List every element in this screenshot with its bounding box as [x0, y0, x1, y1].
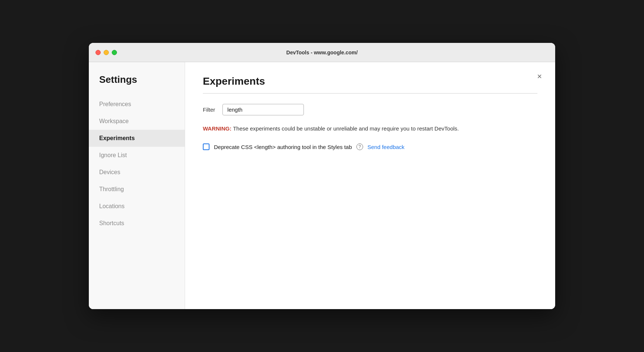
- filter-row: Filter: [203, 104, 537, 115]
- sidebar-heading: Settings: [89, 74, 185, 96]
- deprecate-css-length-checkbox[interactable]: [203, 143, 209, 150]
- titlebar: DevTools - www.google.com/: [89, 43, 555, 62]
- page-title: Experiments: [203, 75, 537, 87]
- sidebar-item-throttling[interactable]: Throttling: [89, 181, 185, 198]
- send-feedback-link[interactable]: Send feedback: [368, 144, 405, 150]
- help-icon[interactable]: ?: [356, 143, 363, 150]
- warning-body: These experiments could be unstable or u…: [232, 125, 459, 132]
- maximize-traffic-light[interactable]: [112, 50, 117, 55]
- minimize-traffic-light[interactable]: [104, 50, 109, 55]
- close-button[interactable]: ×: [534, 71, 545, 82]
- warning-text: WARNING: These experiments could be unst…: [203, 125, 459, 132]
- sidebar-item-devices[interactable]: Devices: [89, 164, 185, 181]
- sidebar-item-ignore-list[interactable]: Ignore List: [89, 147, 185, 164]
- title-divider: [203, 93, 537, 94]
- devtools-window: DevTools - www.google.com/ Settings Pref…: [89, 43, 555, 309]
- warning-box: WARNING: These experiments could be unst…: [203, 124, 537, 133]
- experiment-label: Deprecate CSS <length> authoring tool in…: [214, 144, 352, 150]
- traffic-lights: [95, 50, 117, 55]
- experiment-row: Deprecate CSS <length> authoring tool in…: [203, 143, 537, 150]
- main-content: × Experiments Filter WARNING: These expe…: [185, 62, 555, 309]
- sidebar-item-workspace[interactable]: Workspace: [89, 113, 185, 130]
- window-title: DevTools - www.google.com/: [286, 50, 358, 55]
- sidebar-item-shortcuts[interactable]: Shortcuts: [89, 215, 185, 232]
- close-traffic-light[interactable]: [95, 50, 101, 55]
- warning-label: WARNING:: [203, 125, 232, 132]
- sidebar-item-experiments[interactable]: Experiments: [89, 130, 185, 147]
- sidebar-item-locations[interactable]: Locations: [89, 198, 185, 215]
- content-area: Settings Preferences Workspace Experimen…: [89, 62, 555, 309]
- filter-label: Filter: [203, 106, 215, 113]
- filter-input[interactable]: [222, 104, 304, 115]
- sidebar-item-preferences[interactable]: Preferences: [89, 96, 185, 113]
- sidebar: Settings Preferences Workspace Experimen…: [89, 62, 185, 309]
